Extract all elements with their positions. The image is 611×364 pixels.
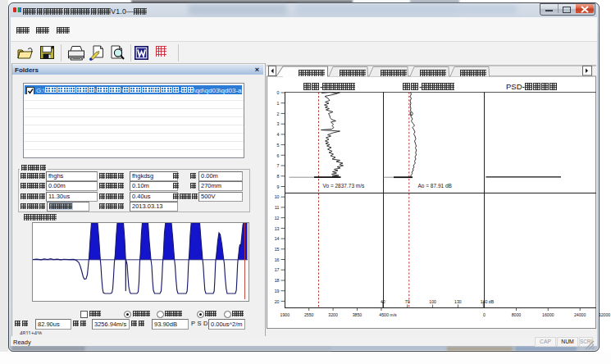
svg-text:14: 14: [275, 236, 280, 241]
svg-text:20: 20: [275, 299, 280, 304]
svg-text:16000: 16000: [542, 312, 554, 317]
svg-text:13: 13: [275, 226, 280, 231]
svg-text:3: 3: [277, 121, 280, 126]
svg-text:15: 15: [275, 247, 280, 252]
svg-text:7: 7: [277, 163, 280, 168]
svg-text:24000: 24000: [574, 312, 586, 317]
svg-text:2: 2: [277, 111, 280, 116]
svg-text:1: 1: [277, 101, 280, 106]
svg-text:0: 0: [277, 90, 280, 95]
svg-text:1900: 1900: [280, 312, 290, 317]
svg-text:18: 18: [275, 278, 280, 283]
svg-text:4500 m/s: 4500 m/s: [379, 312, 397, 317]
svg-text:100: 100: [429, 299, 436, 304]
svg-text:4: 4: [277, 132, 280, 137]
svg-text:8000: 8000: [512, 312, 522, 317]
svg-text:12: 12: [275, 216, 280, 221]
svg-text:19: 19: [275, 289, 280, 293]
svg-text:11: 11: [275, 205, 279, 210]
svg-text:5: 5: [277, 143, 280, 148]
svg-text:40: 40: [381, 299, 385, 304]
svg-text:130: 130: [454, 299, 462, 304]
svg-text:9: 9: [277, 184, 280, 189]
svg-text:3200: 3200: [328, 312, 338, 317]
svg-text:160 dB: 160 dB: [481, 299, 495, 304]
svg-text:32000: 32000: [599, 312, 611, 317]
svg-text:Ao = 87.91 dB: Ao = 87.91 dB: [418, 183, 452, 189]
svg-text:70: 70: [405, 299, 410, 304]
svg-text:8: 8: [277, 174, 280, 179]
svg-text:6: 6: [277, 153, 280, 158]
svg-text:16: 16: [275, 257, 280, 262]
svg-text:10: 10: [275, 194, 280, 199]
svg-text:2550: 2550: [304, 312, 314, 317]
svg-text:17: 17: [275, 267, 280, 272]
svg-text:3850: 3850: [353, 312, 362, 317]
svg-text:Vo = 2837.73 m/s: Vo = 2837.73 m/s: [323, 183, 366, 189]
svg-text:0: 0: [483, 312, 486, 317]
